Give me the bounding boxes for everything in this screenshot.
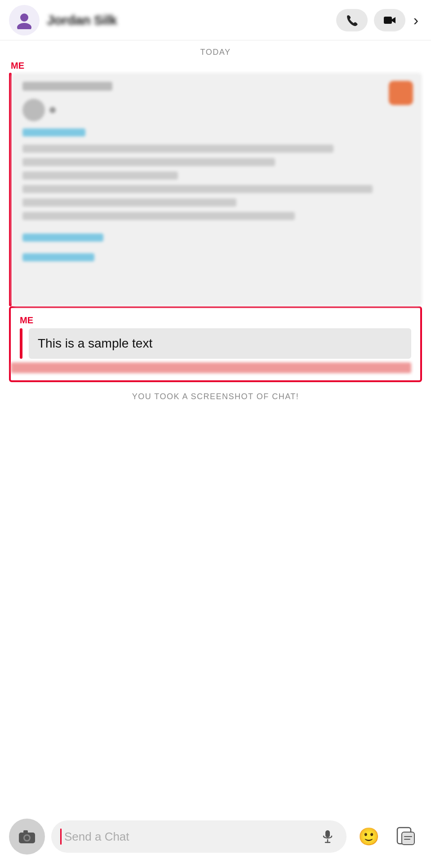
sticker-button[interactable] xyxy=(391,821,422,852)
blur-line-1 xyxy=(22,145,333,153)
message-block-1 xyxy=(9,73,422,306)
emoji-button[interactable]: 🙂 xyxy=(353,821,384,852)
blur-line-3 xyxy=(22,172,178,180)
bottom-bar: Send a Chat 🙂 xyxy=(0,819,431,855)
chat-input[interactable]: Send a Chat xyxy=(64,830,318,844)
blur-name-link xyxy=(22,128,85,137)
message-block-highlighted: ME This is a sample text xyxy=(9,306,422,382)
svg-rect-6 xyxy=(23,830,28,833)
avatar xyxy=(9,5,40,35)
blur-header xyxy=(22,82,112,91)
blur-avatar-row xyxy=(22,99,411,121)
highlighted-text-bg: This is a sample text xyxy=(29,328,411,359)
phone-button[interactable] xyxy=(336,9,368,31)
blur-line-4 xyxy=(22,185,373,193)
blur-avatar xyxy=(22,99,45,121)
contact-name: Jordan Silk xyxy=(47,13,336,28)
sender-label-1: ME xyxy=(9,61,422,71)
camera-button[interactable] xyxy=(9,819,45,855)
microphone-button[interactable] xyxy=(318,827,338,846)
orange-badge xyxy=(389,81,413,105)
highlight-bottom xyxy=(11,362,411,373)
more-button[interactable]: › xyxy=(412,11,420,29)
blur-line-2 xyxy=(22,158,275,166)
svg-rect-7 xyxy=(325,830,330,837)
video-button[interactable] xyxy=(374,9,405,31)
blur-line-5 xyxy=(22,198,236,207)
blur-avatar-dot xyxy=(49,107,56,113)
header-actions: › xyxy=(336,9,420,31)
svg-rect-2 xyxy=(384,17,392,24)
svg-point-5 xyxy=(25,836,29,840)
screenshot-notice: YOU TOOK A SCREENSHOT OF CHAT! xyxy=(9,392,422,401)
sender-label-2: ME xyxy=(11,315,411,326)
blur-link-1 xyxy=(22,234,103,242)
highlighted-text: This is a sample text xyxy=(38,336,402,351)
input-cursor xyxy=(60,828,62,845)
blur-line-6 xyxy=(22,212,295,220)
date-separator: TODAY xyxy=(0,40,431,61)
chat-input-wrap: Send a Chat xyxy=(51,820,347,853)
svg-point-0 xyxy=(20,13,28,22)
chat-area: ME ME T xyxy=(0,61,431,401)
svg-point-1 xyxy=(17,23,31,29)
highlighted-content: This is a sample text xyxy=(11,328,411,359)
header: Jordan Silk › xyxy=(0,0,431,40)
blur-link-2 xyxy=(22,253,94,261)
message-content-blurred xyxy=(12,73,422,306)
svg-rect-11 xyxy=(402,832,414,845)
highlight-bar xyxy=(20,328,22,359)
